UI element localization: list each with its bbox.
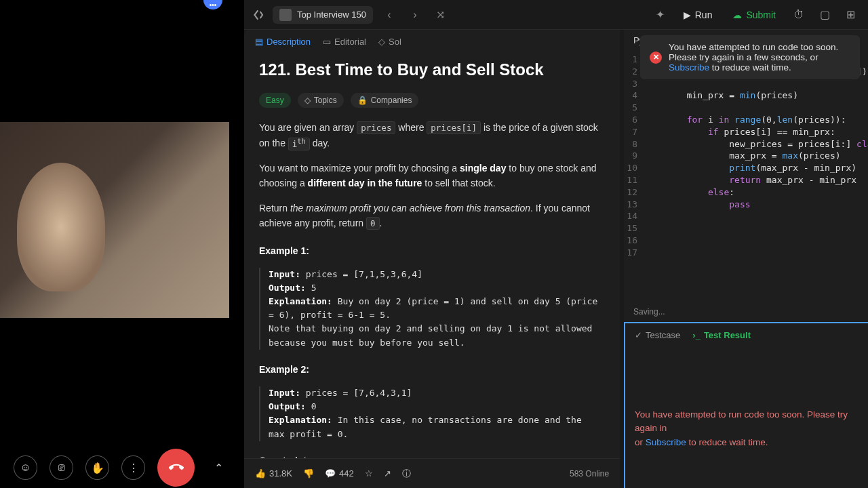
help-button[interactable]: ⓘ <box>402 468 411 480</box>
code-panel: Python3 ▾ 🔒 Auto 1class Solution:2 def m… <box>624 30 868 488</box>
description-icon: ▤ <box>255 37 263 47</box>
screen-share-button[interactable]: ⎚ <box>50 455 73 480</box>
toast-message: You have attempted to run code too soon.… <box>669 42 850 73</box>
study-plan-pill[interactable]: Top Interview 150 <box>273 6 373 24</box>
topics-tag[interactable]: ◇ Topics <box>298 93 344 108</box>
topbar: Top Interview 150 ‹ › ⤨ ✦ ▶ Run ☁ Submit… <box>244 0 868 30</box>
prev-problem-button[interactable]: ‹ <box>380 5 399 24</box>
video-call-panel: ••• ☺ ⎚ ✋ ⋮ ⌃ <box>0 0 244 488</box>
test-result-panel: ✓ Testcase ›_ Test Result You have attem… <box>624 322 868 488</box>
webcam-feed <box>0 122 229 318</box>
leetcode-logo-icon[interactable] <box>252 8 266 22</box>
layout-icon[interactable]: ⊞ <box>841 5 860 24</box>
emoji-button[interactable]: ☺ <box>14 455 37 480</box>
next-problem-button[interactable]: › <box>406 5 425 24</box>
expand-button[interactable]: ⌃ <box>207 455 231 480</box>
notes-icon[interactable]: ▢ <box>815 5 834 24</box>
dislike-button[interactable]: 👎 <box>303 468 314 479</box>
shuffle-button[interactable]: ⤨ <box>431 5 450 24</box>
problem-tabs: ▤Description ▭Editorial ◇Sol <box>244 30 616 54</box>
tab-description[interactable]: ▤Description <box>255 37 311 47</box>
tab-solutions[interactable]: ◇Sol <box>378 37 401 47</box>
companies-tag[interactable]: 🔒 Companies <box>351 93 419 108</box>
difficulty-tag: Easy <box>259 93 291 108</box>
test-result-body: You have attempted to run code too soon.… <box>625 347 868 459</box>
tab-editorial[interactable]: ▭Editorial <box>323 37 366 47</box>
more-icon[interactable]: ••• <box>203 0 222 9</box>
description-panel: ▤Description ▭Editorial ◇Sol 121. Best T… <box>244 30 620 488</box>
subscribe-link[interactable]: Subscribe <box>669 62 709 73</box>
study-plan-name: Top Interview 150 <box>297 9 366 20</box>
list-icon <box>279 9 292 21</box>
tab-test-result[interactable]: ›_ Test Result <box>692 330 751 340</box>
run-button[interactable]: ▶ Run <box>677 7 719 23</box>
call-controls: ☺ ⎚ ✋ ⋮ ⌃ <box>0 447 244 488</box>
end-call-button[interactable] <box>157 449 195 487</box>
timer-icon[interactable]: ⏱ <box>789 5 808 24</box>
problem-title: 121. Best Time to Buy and Sell Stock <box>259 60 601 79</box>
star-button[interactable]: ☆ <box>365 468 373 479</box>
subscribe-link-2[interactable]: Subscribe <box>646 437 686 447</box>
leetcode-panel: Top Interview 150 ‹ › ⤨ ✦ ▶ Run ☁ Submit… <box>244 0 868 488</box>
raise-hand-button[interactable]: ✋ <box>85 455 109 480</box>
problem-statement: You are given an array prices where pric… <box>259 120 601 458</box>
saving-status: Saving... <box>633 307 665 317</box>
share-button[interactable]: ↗ <box>384 468 391 479</box>
problem-footer: 👍 31.8K 👎 💬 442 ☆ ↗ ⓘ 583 Online <box>244 458 620 488</box>
flask-icon: ◇ <box>378 37 385 47</box>
comments-button[interactable]: 💬 442 <box>325 468 354 479</box>
submit-button[interactable]: ☁ Submit <box>726 7 783 23</box>
tab-testcase[interactable]: ✓ Testcase <box>635 330 680 340</box>
book-icon: ▭ <box>323 37 331 47</box>
more-options-button[interactable]: ⋮ <box>121 455 145 480</box>
error-icon: ✕ <box>650 52 662 64</box>
debug-icon[interactable]: ✦ <box>651 5 670 24</box>
rate-limit-toast: ✕ You have attempted to run code too soo… <box>640 35 860 79</box>
code-content[interactable]: 1class Solution:2 def maxProfit(self, pr… <box>624 51 868 262</box>
like-button[interactable]: 👍 31.8K <box>255 468 292 479</box>
